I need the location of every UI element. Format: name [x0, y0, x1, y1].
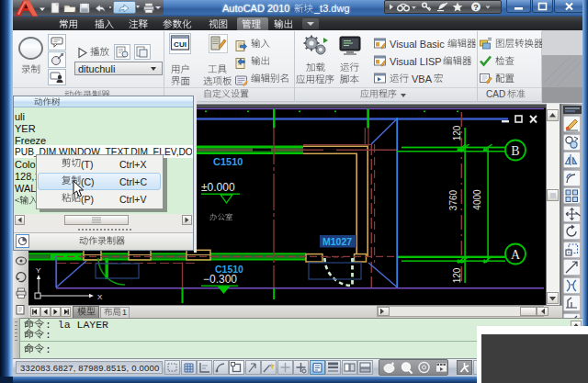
svg-text:120: 120: [452, 125, 462, 141]
svg-text:M1027: M1027: [322, 236, 352, 247]
svg-text:CUI: CUI: [174, 40, 187, 49]
svg-text:4000: 4000: [472, 189, 482, 210]
svg-text:X: X: [97, 293, 103, 301]
svg-text:?: ?: [473, 3, 479, 12]
svg-text:±0.000: ±0.000: [201, 181, 235, 194]
svg-text:3760: 3760: [448, 189, 458, 210]
svg-text:Y: Y: [36, 266, 41, 275]
svg-text:B: B: [511, 144, 519, 158]
svg-text:C1510: C1510: [213, 156, 243, 167]
svg-text:A: A: [511, 248, 521, 262]
svg-text:120: 120: [452, 267, 462, 283]
svg-text:−0.300: −0.300: [203, 273, 237, 286]
